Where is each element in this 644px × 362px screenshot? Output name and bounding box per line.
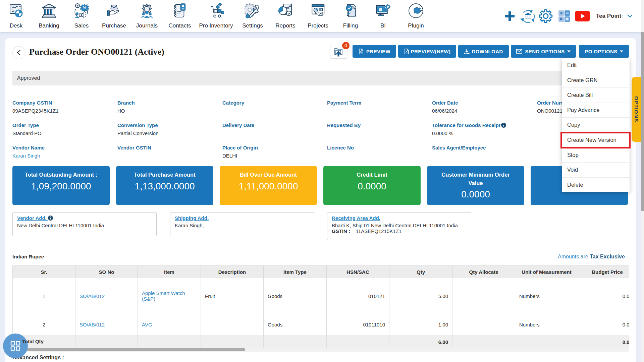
svg-text:A: A <box>406 50 408 53</box>
svg-text:A: A <box>360 50 362 53</box>
svg-text:₹: ₹ <box>76 4 78 8</box>
svg-text:%: % <box>83 6 86 10</box>
